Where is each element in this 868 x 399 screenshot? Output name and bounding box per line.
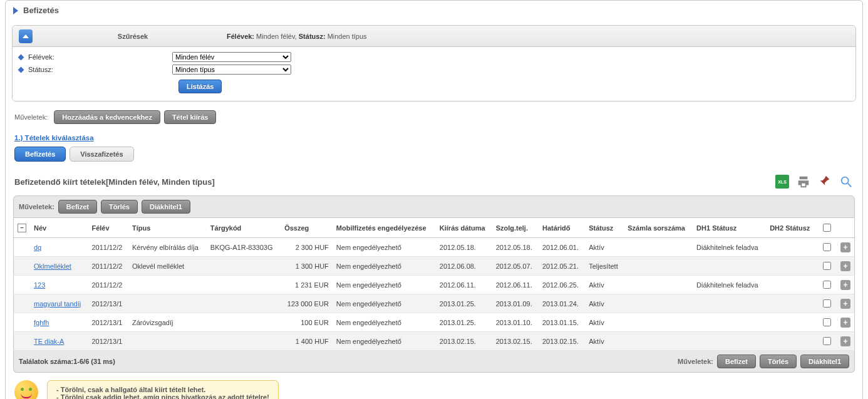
cell-mobile: Nem engedélyezhető [333, 294, 436, 313]
cell-type: Kérvény elbírálás díja [128, 238, 207, 257]
cell-amount: 2 300 HUF [281, 238, 333, 257]
row-actions-button[interactable]: + [840, 336, 850, 346]
section-link[interactable]: 1.) Tételek kiválasztása [6, 128, 862, 144]
col-service[interactable]: Szolg.telj. [492, 218, 539, 238]
cell-deadline: 2013.01.24. [539, 294, 585, 313]
cell-invoice [624, 313, 693, 332]
col-dh2[interactable]: DH2 Státusz [766, 218, 817, 238]
col-dh1[interactable]: DH1 Státusz [693, 218, 766, 238]
cell-invoice [624, 294, 693, 313]
row-name-link[interactable]: Oklmelléklet [34, 262, 71, 270]
bullet-icon [18, 54, 24, 60]
cell-dh2 [766, 313, 817, 332]
cell-invoice [624, 332, 693, 351]
row-actions-button[interactable]: + [840, 242, 850, 252]
row-checkbox[interactable] [823, 262, 831, 270]
pay-button[interactable]: Befizet [58, 200, 97, 214]
table-row: magyarul tandíj2012/13/1123 000 EURNem e… [14, 294, 855, 313]
row-checkbox[interactable] [823, 337, 831, 345]
cell-deadline: 2012.05.21. [539, 257, 585, 276]
cell-service: 2013.01.10. [492, 313, 539, 332]
cell-status: Aktív [585, 276, 624, 294]
row-checkbox[interactable] [823, 281, 831, 289]
row-name-link[interactable]: TE diak-A [34, 338, 64, 345]
col-issue[interactable]: Kiírás dátuma [436, 218, 492, 238]
cell-status: Aktív [585, 294, 624, 313]
cell-dh1: Diákhitelnek feladva [693, 276, 766, 294]
ops-label: Műveletek: [14, 113, 48, 121]
results-count: Találatok száma:1-6/6 (31 ms) [19, 358, 115, 365]
col-status[interactable]: Státusz [585, 218, 624, 238]
table-row: Oklmelléklet2011/12/2Oklevél melléklet1 … [14, 257, 855, 276]
col-invoice[interactable]: Számla sorszáma [624, 218, 693, 238]
magnify-icon[interactable] [839, 174, 854, 189]
cell-deadline: 2013.02.15. [539, 332, 585, 351]
cell-issue: 2012.06.11. [436, 276, 492, 294]
table-row: 1232011/12/21 231 EURNem engedélyezhető2… [14, 276, 855, 294]
page-title: Befizetés [23, 6, 59, 15]
footer-loan-button[interactable]: Diákhitel1 [800, 355, 849, 368]
cell-dh1: Diákhitelnek feladva [693, 238, 766, 257]
row-checkbox[interactable] [823, 299, 831, 308]
col-subject[interactable]: Tárgykód [207, 218, 281, 238]
row-actions-button[interactable]: + [840, 318, 850, 328]
col-amount[interactable]: Összeg [281, 218, 333, 238]
row-name-link[interactable]: 123 [34, 281, 45, 289]
collapse-button[interactable] [19, 29, 33, 43]
row-checkbox[interactable] [823, 243, 831, 251]
col-type[interactable]: Típus [128, 218, 207, 238]
bullet-icon [18, 66, 24, 73]
status-select[interactable]: Minden típus [172, 65, 291, 75]
row-checkbox[interactable] [823, 318, 831, 326]
cell-dh2 [766, 276, 817, 294]
table-row: dq2011/12/2Kérvény elbírálás díjaBKQG-A1… [14, 238, 855, 257]
cell-deadline: 2012.06.01. [539, 238, 585, 257]
expand-all-icon[interactable]: – [18, 224, 26, 232]
select-all-checkbox[interactable] [823, 224, 831, 232]
row-name-link[interactable]: fghfh [34, 319, 49, 326]
add-favorite-button[interactable]: Hozzáadás a kedvencekhez [54, 110, 160, 124]
footer-delete-button[interactable]: Törlés [760, 355, 797, 368]
new-item-button[interactable]: Tétel kiírás [164, 110, 216, 124]
ops-row-top: Műveletek: Hozzáadás a kedvencekhez Téte… [6, 106, 862, 128]
cell-service: 2013.01.09. [492, 294, 539, 313]
cell-dh2 [766, 332, 817, 351]
col-term[interactable]: Félév [88, 218, 128, 238]
row-actions-button[interactable]: + [840, 261, 850, 271]
cell-amount: 1 231 EUR [281, 276, 333, 294]
tip-line: Törölni csak addig lehet, amíg nincs hiv… [56, 393, 269, 399]
cell-mobile: Nem engedélyezhető [333, 257, 436, 276]
pin-icon[interactable] [817, 174, 832, 189]
col-name[interactable]: Név [30, 218, 88, 238]
list-title: Befizetendő kiírt tételek[Minden félév, … [14, 177, 215, 187]
terms-select[interactable]: Minden félév [172, 52, 291, 62]
cell-issue: 2013.02.15. [436, 332, 492, 351]
cell-term: 2012/13/1 [88, 313, 128, 332]
cell-deadline: 2012.06.25. [539, 276, 585, 294]
delete-button[interactable]: Törlés [101, 200, 138, 214]
tip-box: Törölni, csak a hallgató által kiírt tét… [14, 380, 854, 399]
cell-issue: 2013.01.25. [436, 313, 492, 332]
row-name-link[interactable]: dq [34, 244, 41, 251]
tab-payment[interactable]: Befizetés [14, 147, 66, 162]
row-actions-button[interactable]: + [840, 280, 850, 290]
export-xls-icon[interactable]: XLS [775, 174, 790, 189]
footer-pay-button[interactable]: Befizet [717, 355, 756, 368]
row-name-link[interactable]: magyarul tandíj [34, 300, 81, 308]
cell-subject: BKQG-A1R-83303G [207, 238, 281, 257]
loan-button[interactable]: Diákhitel1 [142, 200, 190, 214]
list-button[interactable]: Listázás [178, 80, 222, 93]
cell-subject [207, 313, 281, 332]
col-deadline[interactable]: Határidő [539, 218, 585, 238]
col-mobile[interactable]: Mobilfizetés engedélyezése [333, 218, 436, 238]
tab-refund[interactable]: Visszafizetés [70, 147, 133, 162]
panel-header: Befizetés [6, 1, 862, 20]
items-table: – Név Félév Típus Tárgykód Összeg Mobilf… [13, 218, 855, 351]
cell-subject [207, 332, 281, 351]
table-row: fghfh2012/13/1Záróvizsgadíj100 EURNem en… [14, 313, 855, 332]
row-actions-button[interactable]: + [840, 299, 850, 309]
cell-status: Teljesített [585, 257, 624, 276]
cell-amount: 1 400 HUF [281, 332, 333, 351]
print-icon[interactable] [796, 174, 811, 189]
cell-type: Oklevél melléklet [128, 257, 207, 276]
